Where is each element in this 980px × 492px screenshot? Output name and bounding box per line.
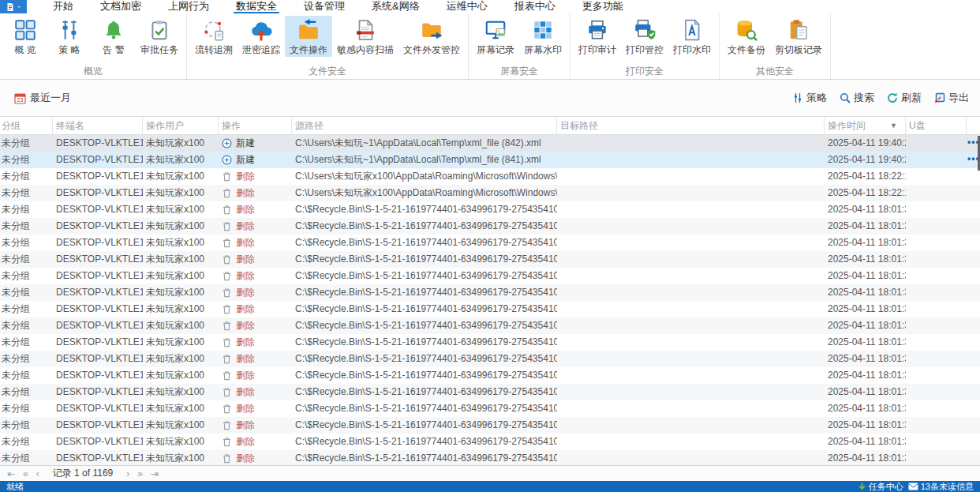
table-row[interactable]: 未分组DESKTOP-VLKTLE1未知玩家x100删除C:\$Recycle.… — [0, 434, 980, 450]
table-row[interactable]: 未分组DESKTOP-VLKTLE1未知玩家x100删除C:\$Recycle.… — [0, 417, 980, 434]
time-filter-dropdown-icon[interactable]: ▼ — [890, 117, 902, 134]
cell-terminal: DESKTOP-VLKTLE1 — [53, 450, 143, 465]
table-row[interactable]: 未分组DESKTOP-VLKTLE1未知玩家x100删除C:\$Recycle.… — [0, 334, 980, 351]
refresh-button[interactable]: 刷新 — [887, 91, 922, 105]
cell-action: 删除 — [219, 185, 292, 201]
table-row[interactable]: 未分组DESKTOP-VLKTLE1未知玩家x100删除C:\$Recycle.… — [0, 384, 980, 400]
cell-target-path — [557, 268, 825, 284]
cell-action: 删除 — [219, 168, 292, 185]
date-range-filter[interactable]: 23 最近一月 — [14, 91, 71, 105]
trash-icon — [222, 221, 232, 231]
cell-time: 2025-04-11 18:01:38 — [825, 268, 906, 284]
ribbon-button-clipboard-record[interactable]: 剪切板记录 — [770, 16, 827, 57]
cell-terminal: DESKTOP-VLKTLE1 — [53, 400, 143, 417]
table-row[interactable]: 未分组DESKTOP-VLKTLE1未知玩家x100删除C:\$Recycle.… — [0, 301, 980, 317]
search-button[interactable]: 搜索 — [840, 91, 874, 105]
unread-messages-button[interactable]: 13条未读信息 — [908, 481, 974, 492]
column-header-terminal[interactable]: 终端名 — [53, 117, 143, 134]
cell-terminal: DESKTOP-VLKTLE1 — [53, 218, 143, 235]
first-page-button[interactable]: ⇤ — [5, 468, 17, 479]
menu-item-web-behavior[interactable]: 上网行为 — [155, 0, 223, 13]
cell-source-path: C:\$Recycle.Bin\S-1-5-21-1619774401-6349… — [292, 351, 557, 367]
column-header-usb[interactable]: U盘 — [906, 117, 967, 134]
menu-item-ops-center[interactable]: 运维中心 — [433, 0, 501, 13]
export-button[interactable]: 导出 — [934, 91, 969, 105]
menu-item-report-center[interactable]: 报表中心 — [501, 0, 569, 13]
menu-item-more-features[interactable]: 更多功能 — [569, 0, 637, 13]
table-row[interactable]: 未分组DESKTOP-VLKTLE1未知玩家x100删除C:\Users\未知玩… — [0, 185, 980, 201]
ribbon-button-screen-watermark[interactable]: 屏幕水印 — [519, 16, 567, 57]
column-header-time[interactable]: 操作时间▼ — [825, 117, 906, 134]
task-center-button[interactable]: 任务中心 — [858, 481, 903, 492]
ribbon-button-print-audit[interactable]: 打印审计 — [574, 16, 621, 57]
ribbon-button-file-outgoing-control[interactable]: 文件外发管控 — [398, 16, 465, 57]
table-row[interactable]: 未分组DESKTOP-VLKTLE1未知玩家x100删除C:\$Recycle.… — [0, 218, 980, 235]
table-row[interactable]: 未分组DESKTOP-VLKTLE1未知玩家x100删除C:\$Recycle.… — [0, 450, 980, 465]
ribbon-button-flow-trace[interactable]: 流转追溯 — [190, 16, 238, 57]
app-menu-button[interactable] — [0, 0, 27, 13]
menu-item-device-mgmt[interactable]: 设备管理 — [290, 0, 358, 13]
ribbon-button-file-operations[interactable]: 文件操作 — [285, 16, 332, 57]
table-row[interactable]: 未分组DESKTOP-VLKTLE1未知玩家x100删除C:\$Recycle.… — [0, 268, 980, 284]
chevron-down-icon — [17, 5, 21, 9]
last-page-button[interactable]: ⇥ — [148, 468, 161, 479]
fast-next-page-button[interactable]: » — [135, 468, 145, 479]
column-header-user[interactable]: 操作用户 — [143, 117, 219, 134]
table-row[interactable]: 未分组DESKTOP-VLKTLE1未知玩家x100删除C:\Users\未知玩… — [0, 168, 980, 185]
trash-icon — [222, 453, 232, 464]
ribbon-button-leak-tracking[interactable]: 泄密追踪 — [238, 16, 285, 57]
menu-item-system-network[interactable]: 系统&网络 — [358, 0, 433, 13]
ribbon-button-overview[interactable]: 概 览 — [3, 16, 47, 57]
cell-source-path: C:\$Recycle.Bin\S-1-5-21-1619774401-6349… — [292, 284, 557, 301]
cell-group: 未分组 — [0, 218, 53, 235]
column-header-action[interactable]: 操作 — [219, 117, 292, 134]
ribbon-button-file-backup[interactable]: 文件备份 — [723, 16, 770, 57]
cell-time: 2025-04-11 18:22:13 — [825, 168, 906, 185]
app-file-icon — [6, 2, 15, 12]
column-header-target-path[interactable]: 目标路径 — [557, 117, 825, 134]
cell-action: 删除 — [219, 434, 292, 450]
table-row[interactable]: 未分组DESKTOP-VLKTLE1未知玩家x100删除C:\$Recycle.… — [0, 235, 980, 251]
ribbon-button-alerts[interactable]: 告 警 — [92, 16, 136, 57]
action-label: 删除 — [236, 351, 255, 367]
cell-user: 未知玩家x100 — [143, 251, 219, 268]
cell-time: 2025-04-11 18:01:38 — [825, 417, 906, 434]
ribbon-button-policy[interactable]: 策 略 — [47, 16, 92, 57]
menu-item-data-security[interactable]: 数据安全 — [223, 0, 290, 13]
column-header-source-path[interactable]: 源路径 — [292, 117, 557, 134]
cell-target-path — [557, 135, 825, 152]
table-row[interactable]: 未分组DESKTOP-VLKTLE1未知玩家x100删除C:\$Recycle.… — [0, 351, 980, 367]
cell-usb — [906, 168, 967, 185]
table-row[interactable]: 未分组DESKTOP-VLKTLE1未知玩家x100删除C:\$Recycle.… — [0, 201, 980, 218]
cell-group: 未分组 — [0, 235, 53, 251]
ribbon-button-print-watermark[interactable]: 打印水印 — [668, 16, 716, 57]
fast-prev-page-button[interactable]: « — [21, 468, 31, 479]
cell-user: 未知玩家x100 — [143, 135, 219, 152]
cell-user: 未知玩家x100 — [143, 301, 219, 317]
ribbon-button-sensitive-content-scan[interactable]: 敏感内容扫描 — [332, 16, 398, 57]
table-row[interactable]: 未分组DESKTOP-VLKTLE1未知玩家x100新建C:\Users\未知玩… — [0, 135, 980, 152]
cell-target-path — [557, 235, 825, 251]
menu-item-start[interactable]: 开始 — [39, 0, 87, 13]
cell-group: 未分组 — [0, 400, 53, 417]
approval-tasks-icon — [148, 18, 171, 42]
table-row[interactable]: 未分组DESKTOP-VLKTLE1未知玩家x100删除C:\$Recycle.… — [0, 400, 980, 417]
policy-button[interactable]: 策略 — [792, 91, 827, 105]
cell-terminal: DESKTOP-VLKTLE1 — [53, 301, 143, 317]
action-label: 删除 — [236, 334, 255, 351]
cell-user: 未知玩家x100 — [143, 152, 219, 168]
menu-item-doc-encryption[interactable]: 文档加密 — [87, 0, 155, 13]
file-backup-icon — [735, 18, 758, 42]
ribbon-button-screen-record[interactable]: 屏幕记录 — [472, 16, 519, 57]
table-row[interactable]: 未分组DESKTOP-VLKTLE1未知玩家x100新建C:\Users\未知玩… — [0, 152, 980, 168]
table-row[interactable]: 未分组DESKTOP-VLKTLE1未知玩家x100删除C:\$Recycle.… — [0, 317, 980, 334]
column-header-group[interactable]: 分组 — [0, 117, 53, 134]
next-page-button[interactable]: › — [124, 468, 132, 479]
cell-source-path: C:\$Recycle.Bin\S-1-5-21-1619774401-6349… — [292, 301, 557, 317]
table-row[interactable]: 未分组DESKTOP-VLKTLE1未知玩家x100删除C:\$Recycle.… — [0, 367, 980, 384]
table-row[interactable]: 未分组DESKTOP-VLKTLE1未知玩家x100删除C:\$Recycle.… — [0, 251, 980, 268]
table-row[interactable]: 未分组DESKTOP-VLKTLE1未知玩家x100删除C:\$Recycle.… — [0, 284, 980, 301]
ribbon-button-print-control[interactable]: 打印管控 — [621, 16, 668, 57]
prev-page-button[interactable]: ‹ — [34, 468, 42, 479]
ribbon-button-approval-tasks[interactable]: 审批任务 — [136, 16, 183, 57]
